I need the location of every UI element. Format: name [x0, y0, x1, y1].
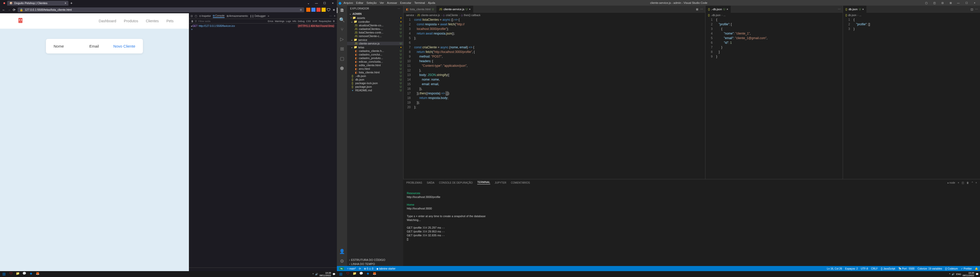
file-item[interactable]: {} package.jsonU	[347, 85, 403, 88]
nav-dashboard[interactable]: Dashboard	[99, 19, 116, 23]
search-icon[interactable]: 🔍	[339, 17, 345, 23]
tabnine-status[interactable]: ◆ tabnine starter	[376, 267, 396, 270]
filter-info[interactable]: Info	[293, 20, 296, 22]
folder-telas[interactable]: ⌄ 📁 telas●	[347, 45, 403, 49]
close-button[interactable]: ×	[971, 2, 978, 4]
breadcrumbs[interactable]: {}.-db.json›...	[705, 13, 842, 18]
terminal-dropdown[interactable]: ▸ node	[948, 181, 955, 184]
menu-ver[interactable]: Ver	[380, 1, 384, 4]
ext-icon-4[interactable]	[321, 8, 326, 12]
notifications-icon[interactable]: 🔔	[975, 267, 978, 270]
back-button[interactable]: ←	[2, 8, 5, 12]
clock[interactable]: 19:2808/11/2022	[963, 272, 974, 277]
file-item[interactable]: {} db.jsonU	[347, 78, 403, 81]
settings-icon[interactable]: ⚙	[333, 20, 335, 22]
git-branch[interactable]: ⑂ main*	[347, 267, 356, 270]
minimap[interactable]	[690, 18, 705, 179]
devtools-close-icon[interactable]: ×	[334, 14, 335, 18]
tab-problemas[interactable]: PROBLEMAS	[406, 181, 422, 184]
file-cliente-service[interactable]: JS cliente-service.jsU	[347, 42, 403, 45]
more-icon[interactable]: ⋯	[975, 8, 978, 11]
minimize-button[interactable]: —	[955, 2, 962, 4]
settings-icon[interactable]: ⚙	[340, 258, 344, 264]
breadcrumbs[interactable]: service› JScliente-service.js› ◇criaClie…	[404, 13, 705, 18]
file-item[interactable]: JS atualizaCliente-co...U	[347, 24, 403, 27]
start-button[interactable]: ⊞	[0, 272, 8, 277]
file-item[interactable]: JS listaClientes-contr...U	[347, 31, 403, 34]
split-terminal-icon[interactable]: ◫	[962, 181, 964, 184]
layout-icon-4[interactable]: ⊞	[947, 2, 955, 4]
start-button[interactable]: ⊞	[337, 272, 345, 277]
filter-warnings[interactable]: Warnings	[275, 20, 285, 22]
prettier-status[interactable]: ✓ Prettier	[961, 267, 972, 270]
filter-logs[interactable]: Logs	[286, 20, 291, 22]
colorize-status[interactable]: Colorize: 19 variables	[918, 267, 942, 270]
filter-input[interactable]: Filtrar saída	[198, 20, 210, 22]
file-item[interactable]: ◧ edita_cliente.htmlU	[347, 63, 403, 67]
devtools-settings-icon[interactable]: ⋯	[329, 14, 332, 18]
tab-comentarios[interactable]: COMENTÁRIOS	[511, 181, 530, 184]
menu-executar[interactable]: Executar	[400, 1, 411, 4]
file-item[interactable]: {} package-lock.jsonU	[347, 81, 403, 85]
reload-button[interactable]: ⟳	[13, 8, 16, 12]
folder-service[interactable]: ⌄ 📁 service	[347, 38, 403, 42]
close-panel-icon[interactable]: ×	[975, 181, 977, 184]
ext-icon-5[interactable]: 🛡	[327, 8, 331, 12]
close-button[interactable]: ×	[329, 2, 337, 5]
new-terminal-icon[interactable]: +	[958, 181, 959, 184]
tray-icon[interactable]: ^	[313, 273, 313, 275]
menu-editar[interactable]: Editar	[356, 1, 363, 4]
taskbar-app[interactable]: ◆	[364, 272, 371, 277]
git-icon[interactable]: ⑂	[341, 27, 344, 32]
nav-clientes[interactable]: Clientes	[146, 19, 159, 23]
nav-pets[interactable]: Pets	[166, 19, 173, 23]
bookmark-icon[interactable]: ☆	[300, 8, 302, 11]
encoding-status[interactable]: UTF-8	[861, 267, 868, 270]
novo-cliente-link[interactable]: Novo Cliente	[113, 44, 135, 48]
menu-button[interactable]: ≡	[333, 8, 335, 12]
tab-db-json-2[interactable]: {}db.json U×	[843, 6, 866, 13]
lang-indicator[interactable]: ENG	[956, 273, 961, 275]
maximize-button[interactable]: ☐	[963, 2, 970, 4]
trash-icon[interactable]: 🗑	[966, 181, 969, 184]
dropdown-icon[interactable]: ⌄	[304, 2, 312, 5]
notifications-icon[interactable]: 💬	[332, 273, 335, 275]
tab-inspector[interactable]: ⊙ Inspetor	[199, 14, 211, 18]
file-item[interactable]: ◧ cadastro_conclui...U	[347, 53, 403, 56]
tab-console-dep[interactable]: CONSOLE DE DEPURAÇÃO	[439, 181, 473, 184]
console-prompt[interactable]: »	[191, 28, 335, 31]
filter-xhr[interactable]: XHR	[312, 20, 317, 22]
compare-icon[interactable]: ⊞	[696, 8, 698, 11]
ext-icon-1[interactable]	[306, 8, 310, 12]
filter-css[interactable]: CSS	[306, 20, 311, 22]
problems-count[interactable]: ⊗ 0 ⚠ 0	[364, 267, 373, 270]
tab-jupyter[interactable]: JUPYTER	[495, 181, 507, 184]
git-sync[interactable]: ⟳	[359, 267, 361, 270]
remote-icon[interactable]: ▢	[340, 56, 344, 61]
ext-icon-3[interactable]	[317, 8, 321, 12]
nav-produtos[interactable]: Produtos	[124, 19, 138, 23]
maximize-panel-icon[interactable]: ^	[972, 181, 973, 184]
remote-indicator[interactable]: ⇋	[339, 267, 344, 270]
tab-lista-cliente[interactable]: ◧lista_cliente.html U	[404, 6, 436, 13]
debug-icon[interactable]: ▷	[340, 36, 344, 42]
folder-assets[interactable]: › 📁 assets●	[347, 16, 403, 20]
notifications-icon[interactable]: 💬	[976, 273, 978, 275]
browser-tab[interactable]: 🐶 Doguito Petshop | Clientes ×	[7, 1, 68, 6]
timeline-section[interactable]: › LINHA DO TEMPO	[347, 262, 403, 266]
close-tab-icon[interactable]: ×	[65, 2, 66, 5]
device-icon[interactable]: ▢	[195, 14, 197, 18]
file-item[interactable]: ◧ erro.htmlU	[347, 67, 403, 70]
file-item[interactable]: ◧ cadastra_cliente.h...U	[347, 49, 403, 53]
indent-status[interactable]: Espaços: 2	[845, 267, 858, 270]
file-item[interactable]: ◧ cadastro_produto...U	[347, 56, 403, 60]
tab-cliente-service[interactable]: JScliente-service.js U×	[436, 6, 473, 13]
taskbar-app[interactable]: 🛡	[8, 272, 14, 277]
taskbar-app[interactable]: 💬	[358, 272, 364, 277]
tray-icon[interactable]: 🔊	[952, 273, 955, 275]
tray-icon[interactable]: 🔊	[315, 273, 318, 275]
file-item[interactable]: ◧ lista_cliente.htmlU	[347, 70, 403, 74]
taskbar-app[interactable]: 📁	[351, 272, 358, 277]
console-row[interactable]: ▸ GET http://127.0.0.1:5500/favicon.ico …	[191, 24, 335, 27]
split-icon[interactable]: ◫	[970, 8, 973, 11]
